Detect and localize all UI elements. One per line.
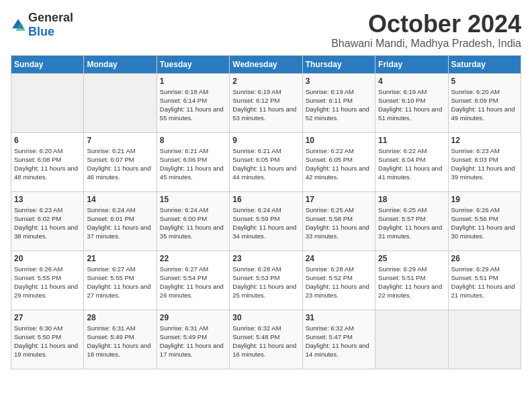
day-info: Sunrise: 6:25 AM Sunset: 5:57 PM Dayligh… [378, 205, 445, 241]
day-number: 19 [451, 195, 518, 204]
day-number: 23 [232, 254, 299, 263]
calendar-cell: 6Sunrise: 6:20 AM Sunset: 6:08 PM Daylig… [11, 132, 84, 191]
day-info: Sunrise: 6:28 AM Sunset: 5:53 PM Dayligh… [232, 265, 299, 300]
title-section: October 2024 Bhawani Mandi, Madhya Prade… [331, 11, 521, 50]
header-row: SundayMondayTuesdayWednesdayThursdayFrid… [11, 55, 521, 73]
day-number: 22 [160, 254, 226, 263]
calendar-body: 1Sunrise: 6:18 AM Sunset: 6:14 PM Daylig… [11, 73, 521, 369]
logo-general-text: General [28, 11, 73, 24]
calendar-cell: 20Sunrise: 6:26 AM Sunset: 5:55 PM Dayli… [11, 250, 84, 310]
day-info: Sunrise: 6:27 AM Sunset: 5:55 PM Dayligh… [87, 265, 153, 300]
day-info: Sunrise: 6:31 AM Sunset: 5:49 PM Dayligh… [87, 324, 153, 359]
calendar-cell [448, 310, 521, 369]
day-number: 17 [306, 195, 372, 204]
day-info: Sunrise: 6:19 AM Sunset: 6:11 PM Dayligh… [306, 87, 372, 123]
logo: General Blue [11, 11, 73, 39]
day-info: Sunrise: 6:26 AM Sunset: 5:55 PM Dayligh… [14, 265, 81, 300]
calendar-cell: 18Sunrise: 6:25 AM Sunset: 5:57 PM Dayli… [375, 191, 448, 250]
day-number: 29 [160, 313, 226, 322]
day-number: 6 [14, 136, 81, 145]
day-number: 27 [14, 313, 81, 322]
day-number: 14 [87, 195, 153, 204]
day-info: Sunrise: 6:23 AM Sunset: 6:03 PM Dayligh… [451, 146, 518, 182]
day-number: 15 [160, 195, 226, 204]
calendar-cell: 12Sunrise: 6:23 AM Sunset: 6:03 PM Dayli… [448, 132, 521, 191]
calendar-cell: 29Sunrise: 6:31 AM Sunset: 5:49 PM Dayli… [157, 310, 229, 369]
day-number: 28 [87, 313, 153, 322]
calendar-cell: 28Sunrise: 6:31 AM Sunset: 5:49 PM Dayli… [84, 310, 157, 369]
week-row-5: 27Sunrise: 6:30 AM Sunset: 5:50 PM Dayli… [11, 310, 521, 369]
day-info: Sunrise: 6:29 AM Sunset: 5:51 PM Dayligh… [378, 265, 445, 300]
day-info: Sunrise: 6:30 AM Sunset: 5:50 PM Dayligh… [14, 324, 81, 359]
day-info: Sunrise: 6:21 AM Sunset: 6:07 PM Dayligh… [87, 146, 153, 182]
day-info: Sunrise: 6:22 AM Sunset: 6:04 PM Dayligh… [378, 146, 445, 182]
calendar-cell [11, 73, 84, 132]
day-number: 1 [160, 77, 226, 86]
calendar-header: SundayMondayTuesdayWednesdayThursdayFrid… [11, 55, 521, 73]
day-number: 4 [378, 77, 445, 86]
location-title: Bhawani Mandi, Madhya Pradesh, India [331, 38, 521, 50]
calendar-cell: 31Sunrise: 6:32 AM Sunset: 5:47 PM Dayli… [302, 310, 375, 369]
day-info: Sunrise: 6:32 AM Sunset: 5:47 PM Dayligh… [306, 324, 372, 359]
calendar-cell [375, 310, 448, 369]
day-info: Sunrise: 6:24 AM Sunset: 6:00 PM Dayligh… [160, 205, 226, 241]
day-number: 3 [306, 77, 372, 86]
day-info: Sunrise: 6:27 AM Sunset: 5:54 PM Dayligh… [160, 265, 226, 300]
day-number: 11 [378, 136, 445, 145]
day-number: 8 [160, 136, 226, 145]
header-friday: Friday [375, 55, 448, 73]
calendar-cell: 19Sunrise: 6:26 AM Sunset: 5:56 PM Dayli… [448, 191, 521, 250]
day-number: 5 [451, 77, 518, 86]
day-number: 10 [306, 136, 372, 145]
calendar-cell: 5Sunrise: 6:20 AM Sunset: 6:09 PM Daylig… [448, 73, 521, 132]
day-number: 25 [378, 254, 445, 263]
page-header: General Blue October 2024 Bhawani Mandi,… [11, 11, 521, 50]
day-info: Sunrise: 6:19 AM Sunset: 6:12 PM Dayligh… [232, 87, 299, 123]
calendar-cell: 15Sunrise: 6:24 AM Sunset: 6:00 PM Dayli… [157, 191, 229, 250]
calendar-cell: 16Sunrise: 6:24 AM Sunset: 5:59 PM Dayli… [230, 191, 302, 250]
day-info: Sunrise: 6:23 AM Sunset: 6:02 PM Dayligh… [14, 205, 81, 241]
day-info: Sunrise: 6:28 AM Sunset: 5:52 PM Dayligh… [306, 265, 372, 300]
day-info: Sunrise: 6:19 AM Sunset: 6:10 PM Dayligh… [378, 87, 445, 123]
week-row-4: 20Sunrise: 6:26 AM Sunset: 5:55 PM Dayli… [11, 250, 521, 310]
day-number: 12 [451, 136, 518, 145]
calendar-cell: 26Sunrise: 6:29 AM Sunset: 5:51 PM Dayli… [448, 250, 521, 310]
day-info: Sunrise: 6:32 AM Sunset: 5:48 PM Dayligh… [232, 324, 299, 359]
calendar-cell: 21Sunrise: 6:27 AM Sunset: 5:55 PM Dayli… [84, 250, 157, 310]
week-row-1: 1Sunrise: 6:18 AM Sunset: 6:14 PM Daylig… [11, 73, 521, 132]
day-number: 24 [306, 254, 372, 263]
day-number: 18 [378, 195, 445, 204]
day-info: Sunrise: 6:25 AM Sunset: 5:58 PM Dayligh… [306, 205, 372, 241]
day-info: Sunrise: 6:20 AM Sunset: 6:08 PM Dayligh… [14, 146, 81, 182]
calendar-cell [84, 73, 157, 132]
calendar-cell: 23Sunrise: 6:28 AM Sunset: 5:53 PM Dayli… [230, 250, 302, 310]
calendar-cell: 25Sunrise: 6:29 AM Sunset: 5:51 PM Dayli… [375, 250, 448, 310]
calendar-cell: 24Sunrise: 6:28 AM Sunset: 5:52 PM Dayli… [302, 250, 375, 310]
calendar-cell: 22Sunrise: 6:27 AM Sunset: 5:54 PM Dayli… [157, 250, 229, 310]
calendar-table: SundayMondayTuesdayWednesdayThursdayFrid… [11, 55, 521, 369]
header-sunday: Sunday [11, 55, 84, 73]
calendar-cell: 1Sunrise: 6:18 AM Sunset: 6:14 PM Daylig… [157, 73, 229, 132]
calendar-cell: 27Sunrise: 6:30 AM Sunset: 5:50 PM Dayli… [11, 310, 84, 369]
calendar-cell: 9Sunrise: 6:21 AM Sunset: 6:05 PM Daylig… [230, 132, 302, 191]
day-info: Sunrise: 6:21 AM Sunset: 6:05 PM Dayligh… [232, 146, 299, 182]
header-thursday: Thursday [302, 55, 375, 73]
day-number: 30 [232, 313, 299, 322]
calendar-cell: 2Sunrise: 6:19 AM Sunset: 6:12 PM Daylig… [230, 73, 302, 132]
day-info: Sunrise: 6:24 AM Sunset: 5:59 PM Dayligh… [232, 205, 299, 241]
day-number: 21 [87, 254, 153, 263]
day-number: 7 [87, 136, 153, 145]
header-tuesday: Tuesday [157, 55, 229, 73]
calendar-cell: 17Sunrise: 6:25 AM Sunset: 5:58 PM Dayli… [302, 191, 375, 250]
week-row-3: 13Sunrise: 6:23 AM Sunset: 6:02 PM Dayli… [11, 191, 521, 250]
calendar-cell: 7Sunrise: 6:21 AM Sunset: 6:07 PM Daylig… [84, 132, 157, 191]
calendar-cell: 8Sunrise: 6:21 AM Sunset: 6:06 PM Daylig… [157, 132, 229, 191]
header-wednesday: Wednesday [230, 55, 302, 73]
day-info: Sunrise: 6:31 AM Sunset: 5:49 PM Dayligh… [160, 324, 226, 359]
calendar-cell: 4Sunrise: 6:19 AM Sunset: 6:10 PM Daylig… [375, 73, 448, 132]
day-info: Sunrise: 6:26 AM Sunset: 5:56 PM Dayligh… [451, 205, 518, 241]
day-info: Sunrise: 6:20 AM Sunset: 6:09 PM Dayligh… [451, 87, 518, 123]
day-info: Sunrise: 6:24 AM Sunset: 6:01 PM Dayligh… [87, 205, 153, 241]
day-number: 20 [14, 254, 81, 263]
day-info: Sunrise: 6:21 AM Sunset: 6:06 PM Dayligh… [160, 146, 226, 182]
